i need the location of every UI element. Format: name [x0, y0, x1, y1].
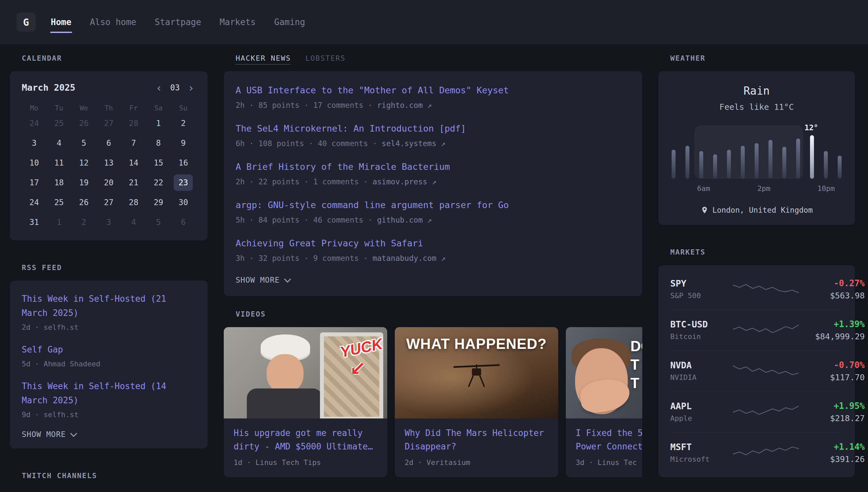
news-list: A USB Interface to the "Mother of All De…: [236, 84, 630, 263]
market-sparkline: [733, 444, 799, 462]
calendar-day-number: 28: [124, 194, 143, 211]
nav-item-startpage[interactable]: Startpage: [154, 14, 202, 30]
market-row-spy[interactable]: SPYS&P 500-0.27%$563.98: [670, 269, 843, 310]
news-item: Achieving Great Privacy with Safari3h · …: [236, 238, 630, 263]
calendar-day: 14: [121, 155, 146, 171]
weather-time-label: 10pm: [817, 184, 835, 193]
calendar-prev-button[interactable]: ‹: [154, 83, 163, 93]
news-item-title[interactable]: The SeL4 Microkernel: An Introduction [p…: [236, 123, 630, 134]
weather-bar: [672, 150, 676, 179]
calendar-day: 10: [22, 155, 47, 171]
calendar-weekdays: MoTuWeThFrSaSu: [22, 102, 196, 115]
weather-bar: [838, 156, 842, 179]
nav-items: HomeAlso homeStartpageMarketsGaming: [50, 14, 306, 30]
calendar-day-number: 17: [25, 174, 44, 191]
market-price: $218.27: [799, 414, 865, 423]
rss-item-meta: 2d · selfh.st: [22, 323, 196, 332]
market-change: -0.27%: [799, 278, 865, 289]
video-title[interactable]: His upgrade got me reallydirty - AMD $50…: [234, 426, 377, 453]
rss-item-title[interactable]: This Week in Self-Hosted (21 March 2025): [22, 292, 196, 320]
calendar-days-grid: 2425262728123456789101112131415161718192…: [22, 115, 196, 230]
calendar-day: 4: [121, 214, 146, 230]
weather-bars-chart: 12°: [670, 134, 843, 179]
news-item-domain[interactable]: matanabudy.com ↗: [372, 254, 446, 263]
calendar-day: 11: [47, 155, 71, 171]
news-item-domain[interactable]: asimov.press ↗: [372, 177, 436, 186]
nav-item-also-home[interactable]: Also home: [89, 14, 137, 30]
market-values: -0.70%$117.70: [799, 360, 865, 383]
news-item-title[interactable]: argp: GNU-style command line argument pa…: [236, 199, 630, 211]
market-change: +1.39%: [799, 319, 865, 329]
market-price: $563.98: [799, 291, 865, 301]
rss-show-more-button[interactable]: SHOW MORE: [22, 430, 196, 439]
calendar-day: 2: [72, 214, 96, 230]
rss-item-title[interactable]: Self Gap: [22, 343, 196, 357]
calendar-day: 24: [22, 115, 47, 131]
rss-item: This Week in Self-Hosted (21 March 2025)…: [22, 292, 196, 332]
calendar-day-number: 16: [174, 155, 193, 171]
calendar-day: 5: [72, 135, 96, 151]
calendar-day-number: 2: [174, 115, 193, 131]
video-card[interactable]: WHAT HAPPENED?Why Did The Mars Helicopte…: [395, 327, 558, 477]
calendar-day-number: 31: [25, 214, 44, 230]
nav-item-home[interactable]: Home: [50, 14, 72, 30]
video-thumbnail: WHAT HAPPENED?: [395, 327, 558, 418]
calendar-day-number: 29: [149, 194, 168, 211]
calendar-day-number: 24: [25, 115, 44, 131]
news-item-title[interactable]: Achieving Great Privacy with Safari: [236, 238, 630, 249]
weekday-label: Tu: [47, 102, 71, 114]
thumbnail-text-overlay: WHAT HAPPENED?: [395, 336, 558, 352]
video-card[interactable]: YUCK↙His upgrade got me reallydirty - AM…: [224, 327, 387, 477]
calendar-day-number: 26: [75, 115, 94, 131]
news-item-title[interactable]: A USB Interface to the "Mother of All De…: [236, 84, 630, 96]
calendar-day-number: 6: [99, 135, 118, 151]
tab-lobsters[interactable]: LOBSTERS: [306, 54, 346, 63]
video-title[interactable]: I Fixed the 5Power Connect: [576, 426, 642, 453]
market-row-msft[interactable]: MSFTMicrosoft+1.14%$391.26: [670, 432, 843, 473]
weekday-label: Fr: [121, 102, 146, 114]
middle-column: HACKER NEWS LOBSTERS A USB Interface to …: [224, 54, 642, 489]
market-row-aapl[interactable]: AAPLApple+1.95%$218.27: [670, 391, 843, 432]
app-logo[interactable]: G: [17, 13, 35, 32]
calendar-day: 8: [146, 135, 171, 151]
rss-show-more-label: SHOW MORE: [22, 430, 66, 439]
calendar-day-number: 23: [174, 174, 193, 191]
news-item-title[interactable]: A Brief History of the Miracle Bacterium: [236, 161, 630, 173]
calendar-day-number: 19: [75, 174, 94, 191]
twitch-section-title: TWITCH CHANNELS: [22, 471, 208, 480]
market-name: S&P 500: [670, 291, 733, 300]
rss-item-title[interactable]: This Week in Self-Hosted (14 March 2025): [22, 379, 196, 408]
market-ticker: NVDA: [670, 360, 733, 371]
market-name: Apple: [670, 414, 733, 423]
rss-section-title: RSS FEED: [22, 264, 208, 272]
nav-item-markets[interactable]: Markets: [219, 14, 256, 30]
market-sparkline: [733, 321, 799, 339]
news-show-more-button[interactable]: SHOW MORE: [236, 276, 630, 284]
news-item-domain[interactable]: github.com ↗: [377, 216, 432, 224]
weather-bar: [741, 146, 745, 179]
news-item-domain[interactable]: righto.com ↗: [377, 101, 432, 109]
calendar-day-number: 10: [25, 155, 44, 171]
tab-hacker-news[interactable]: HACKER NEWS: [236, 54, 291, 63]
calendar-day: 1: [146, 115, 171, 131]
market-row-btc-usd[interactable]: BTC-USDBitcoin+1.39%$84,999.29: [670, 310, 843, 350]
weekday-label: Th: [96, 102, 121, 114]
weather-location-row: London, United Kingdom: [670, 205, 843, 215]
rss-item: This Week in Self-Hosted (14 March 2025)…: [22, 379, 196, 419]
calendar-day-number: 3: [99, 214, 118, 230]
calendar-next-button[interactable]: ›: [186, 83, 196, 93]
weather-bar: [796, 139, 800, 179]
news-tabs: HACKER NEWS LOBSTERS: [236, 54, 642, 63]
calendar-day: 28: [121, 194, 146, 211]
news-item: The SeL4 Microkernel: An Introduction [p…: [236, 123, 630, 148]
market-row-nvda[interactable]: NVDANVIDIA-0.70%$117.70: [670, 350, 843, 391]
video-title[interactable]: Why Did The Mars HelicopterDisappear?: [405, 426, 548, 453]
nav-item-gaming[interactable]: Gaming: [273, 14, 306, 30]
news-item-domain[interactable]: sel4.systems ↗: [382, 139, 446, 148]
news-item-meta: 6h · 108 points · 40 comments · sel4.sys…: [236, 139, 630, 148]
video-thumbnail: DOTT: [566, 327, 642, 418]
calendar-day: 29: [146, 194, 171, 211]
market-info: NVDANVIDIA: [670, 360, 733, 382]
market-values: -0.27%$563.98: [799, 278, 865, 301]
video-card[interactable]: DOTTI Fixed the 5Power Connect3d · Linus…: [566, 327, 642, 477]
